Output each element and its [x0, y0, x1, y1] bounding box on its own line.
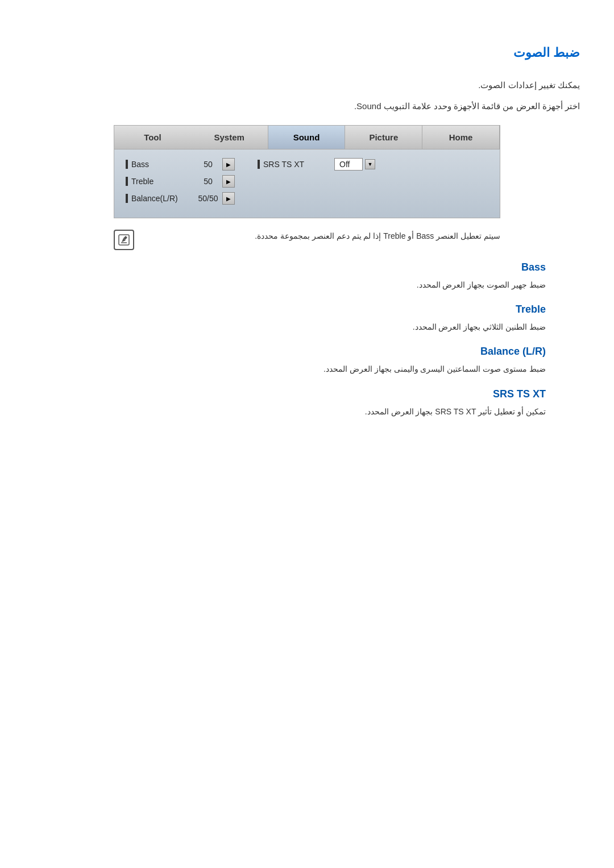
- treble-label: Treble: [126, 177, 194, 186]
- treble-arrow-icon: ▶: [226, 178, 231, 185]
- srs-bar-icon: [258, 160, 260, 169]
- balance-row: Balance(L/R) 50/50 ▶: [126, 192, 488, 205]
- page-title: ضبط الصوت: [34, 45, 580, 60]
- note-icon: [114, 230, 134, 250]
- treble-section-title: Treble: [34, 304, 580, 315]
- note-section: سيتم تعطيل العنصر Bass أو Treble إذا لم …: [114, 230, 500, 250]
- bass-section: Bass ضبط جهير الصوت بجهاز العرض المحدد.: [34, 261, 580, 292]
- treble-section-desc: ضبط الطنين الثلاثي بجهاز العرض المحدد.: [34, 320, 580, 334]
- balance-bar-icon: [126, 194, 128, 203]
- tab-home[interactable]: Home: [422, 126, 500, 149]
- balance-section: Balance (L/R) ضبط مستوى صوت السماعتين ال…: [34, 346, 580, 376]
- bass-arrow-btn[interactable]: ▶: [222, 158, 235, 171]
- srs-section: SRS TS XT تمكين أو تعطيل تأثير SRS TS XT…: [34, 388, 580, 419]
- menu-tabs: Home Picture Sound System Tool: [114, 125, 500, 149]
- bass-section-desc: ضبط جهير الصوت بجهاز العرض المحدد.: [34, 278, 580, 292]
- tab-system[interactable]: System: [191, 126, 268, 149]
- instruction-text: اختر أجهزة العرض من قائمة الأجهزة وحدد ع…: [34, 98, 580, 114]
- intro-text: يمكنك تغيير إعدادات الصوت.: [34, 77, 580, 93]
- bass-bar-icon: [126, 160, 128, 169]
- srs-value: Off: [334, 158, 363, 171]
- pencil-svg: [118, 234, 130, 246]
- srs-dropdown-arrow[interactable]: ▼: [365, 159, 375, 169]
- bass-arrow-icon: ▶: [226, 161, 231, 168]
- srs-row: SRS TS XT Off ▼: [258, 158, 375, 171]
- tab-sound[interactable]: Sound: [268, 126, 346, 149]
- balance-section-title: Balance (L/R): [34, 346, 580, 358]
- srs-section-desc: تمكين أو تعطيل تأثير SRS TS XT بجهاز الع…: [34, 405, 580, 419]
- treble-bar-icon: [126, 177, 128, 186]
- content-panel: Bass 50 ▶ SRS TS XT Off ▼: [114, 149, 500, 218]
- treble-arrow-btn[interactable]: ▶: [222, 175, 235, 188]
- srs-label: SRS TS XT: [258, 160, 326, 169]
- treble-value: 50: [194, 177, 222, 186]
- page-title-section: ضبط الصوت: [34, 45, 580, 60]
- balance-label: Balance(L/R): [126, 194, 194, 203]
- treble-section: Treble ضبط الطنين الثلاثي بجهاز العرض ال…: [34, 304, 580, 334]
- bass-label: Bass: [126, 160, 194, 169]
- balance-section-desc: ضبط مستوى صوت السماعتين اليسرى واليمنى ب…: [34, 362, 580, 376]
- srs-dropdown: Off ▼: [334, 158, 375, 171]
- balance-arrow-icon: ▶: [226, 196, 231, 202]
- tab-picture[interactable]: Picture: [345, 126, 422, 149]
- note-text: سيتم تعطيل العنصر Bass أو Treble إذا لم …: [141, 230, 500, 242]
- bass-section-title: Bass: [34, 261, 580, 273]
- balance-arrow-btn[interactable]: ▶: [222, 192, 235, 205]
- srs-section-title: SRS TS XT: [34, 388, 580, 400]
- dropdown-arrow-icon: ▼: [368, 161, 373, 167]
- bass-row: Bass 50 ▶ SRS TS XT Off ▼: [126, 158, 488, 171]
- treble-row: Treble 50 ▶: [126, 175, 488, 188]
- bass-value: 50: [194, 160, 222, 169]
- balance-value: 50/50: [194, 194, 222, 203]
- tab-tool[interactable]: Tool: [114, 126, 191, 149]
